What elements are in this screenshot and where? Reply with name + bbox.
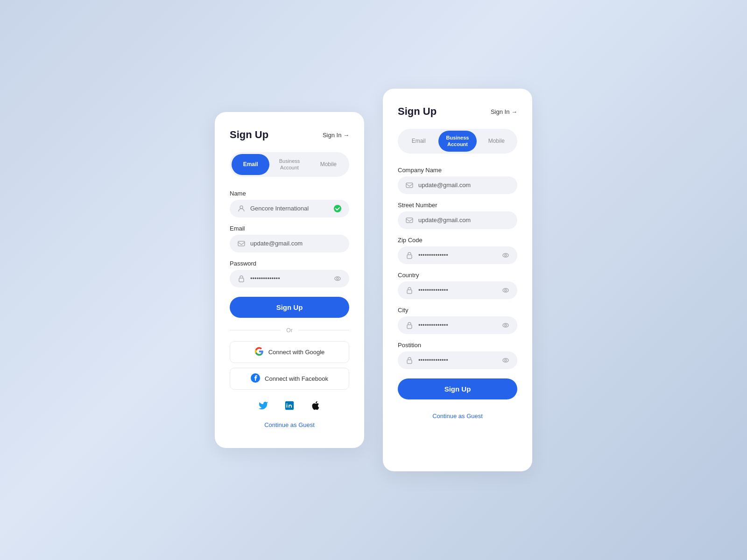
country-input[interactable] [418, 287, 497, 294]
tab-email-right[interactable]: Email [400, 131, 437, 152]
zip-code-input[interactable] [418, 252, 497, 259]
position-group: Postition [398, 342, 517, 369]
eye-icon-country[interactable] [501, 286, 510, 294]
lock-icon-country [405, 286, 414, 294]
divider-line-left [230, 330, 281, 330]
country-group: Country [398, 272, 517, 299]
svg-rect-9 [406, 218, 413, 223]
right-signup-card: Sign Up Sign In → Email Business Account… [383, 89, 532, 471]
left-sign-in-link[interactable]: Sign In → [323, 132, 349, 139]
email-input-wrapper [230, 235, 349, 252]
tab-mobile-right[interactable]: Mobile [478, 131, 515, 152]
svg-rect-16 [407, 325, 412, 329]
email-label: Email [230, 225, 349, 232]
svg-point-17 [503, 323, 508, 327]
google-icon [254, 347, 264, 357]
signup-button-right[interactable]: Sign Up [398, 378, 517, 399]
twitter-icon-button[interactable] [255, 397, 272, 414]
svg-point-18 [505, 324, 507, 326]
svg-point-21 [505, 359, 507, 361]
svg-point-0 [240, 206, 243, 209]
email-icon-street [405, 216, 414, 224]
right-sign-in-link[interactable]: Sign In → [491, 108, 517, 115]
name-input-wrapper [230, 200, 349, 217]
lock-icon [237, 274, 246, 283]
street-number-label: Street Number [398, 202, 517, 209]
name-label: Name [230, 190, 349, 197]
signup-button-left[interactable]: Sign Up [230, 297, 349, 318]
password-field-group: Password [230, 260, 349, 287]
tab-business-left[interactable]: Business Account [270, 154, 308, 175]
svg-point-5 [337, 278, 338, 280]
continue-guest-right[interactable]: Continue as Guest [398, 413, 517, 420]
position-input-wrapper [398, 351, 517, 369]
svg-point-15 [505, 289, 507, 291]
linkedin-icon-button[interactable] [281, 397, 298, 414]
google-connect-button[interactable]: Connect with Google [230, 341, 349, 363]
social-icons-row [230, 397, 349, 414]
company-name-label: Company Name [398, 167, 517, 174]
svg-point-11 [503, 253, 508, 257]
eye-icon-city[interactable] [501, 321, 510, 329]
city-input[interactable] [418, 322, 497, 329]
svg-point-1 [334, 205, 341, 212]
svg-point-4 [335, 277, 340, 280]
company-name-group: Company Name [398, 167, 517, 194]
company-name-input[interactable] [418, 182, 510, 189]
user-icon [237, 204, 246, 213]
zip-code-label: Zip Code [398, 237, 517, 244]
city-input-wrapper [398, 316, 517, 334]
password-input[interactable] [250, 275, 329, 282]
name-input[interactable] [250, 205, 329, 212]
email-input[interactable] [250, 240, 342, 247]
divider-text: Or [286, 327, 292, 334]
city-group: City [398, 307, 517, 334]
svg-rect-3 [239, 278, 244, 282]
svg-point-14 [503, 288, 508, 292]
svg-point-12 [505, 254, 507, 256]
position-input[interactable] [418, 357, 497, 364]
tab-mobile-left[interactable]: Mobile [310, 154, 347, 175]
left-card-header: Sign Up Sign In → [230, 129, 349, 141]
street-number-input-wrapper [398, 211, 517, 229]
lock-icon-position [405, 356, 414, 364]
svg-rect-13 [407, 290, 412, 294]
left-title: Sign Up [230, 129, 268, 141]
tab-business-right[interactable]: Business Account [438, 131, 476, 152]
password-label: Password [230, 260, 349, 267]
position-label: Postition [398, 342, 517, 349]
lock-icon-city [405, 321, 414, 329]
divider: Or [230, 327, 349, 334]
email-icon [237, 239, 246, 248]
right-title: Sign Up [398, 105, 437, 118]
tab-email-left[interactable]: Email [232, 154, 269, 175]
country-input-wrapper [398, 281, 517, 299]
left-tabs: Email Business Account Mobile [230, 152, 349, 177]
lock-icon-zip [405, 251, 414, 259]
city-label: City [398, 307, 517, 314]
left-signup-card: Sign Up Sign In → Email Business Account… [215, 112, 364, 448]
eye-icon-position[interactable] [501, 356, 510, 364]
eye-icon-zip[interactable] [501, 251, 510, 259]
company-name-input-wrapper [398, 176, 517, 194]
email-icon-company [405, 181, 414, 189]
continue-guest-left[interactable]: Continue as Guest [230, 421, 349, 428]
password-input-wrapper [230, 270, 349, 287]
svg-rect-19 [407, 360, 412, 364]
check-icon [333, 204, 342, 213]
street-number-group: Street Number [398, 202, 517, 229]
street-number-input[interactable] [418, 217, 510, 224]
email-field-group: Email [230, 225, 349, 252]
apple-icon-button[interactable] [307, 397, 324, 414]
svg-rect-2 [238, 241, 245, 246]
right-card-header: Sign Up Sign In → [398, 105, 517, 118]
eye-icon[interactable] [333, 274, 342, 283]
svg-point-20 [503, 358, 508, 362]
country-label: Country [398, 272, 517, 279]
zip-code-group: Zip Code [398, 237, 517, 264]
divider-line-right [298, 330, 349, 330]
right-tabs: Email Business Account Mobile [398, 129, 517, 154]
facebook-icon [251, 373, 260, 384]
facebook-connect-button[interactable]: Connect with Facebook [230, 368, 349, 390]
zip-code-input-wrapper [398, 246, 517, 264]
